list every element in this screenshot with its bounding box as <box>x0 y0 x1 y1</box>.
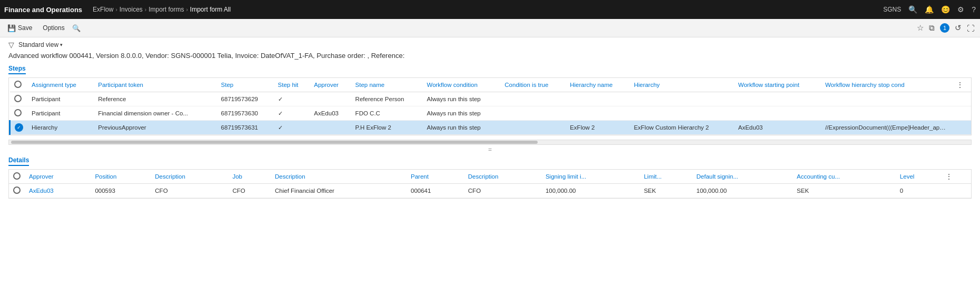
row-hierarchy <box>630 92 734 106</box>
details-col-level[interactable]: Level <box>896 170 942 184</box>
row-hierarchy-name <box>566 106 629 121</box>
details-col-description2[interactable]: Description <box>271 170 407 184</box>
row-step-hit: ✓ <box>274 106 310 121</box>
steps-col-hierarchy-name[interactable]: Hierarchy name <box>566 78 629 92</box>
standard-view-dropdown[interactable]: Standard view ▾ <box>18 41 63 48</box>
steps-col-more[interactable]: ⋮ <box>953 78 971 92</box>
section-divider: = <box>8 146 972 153</box>
row-step-hit: ✓ <box>274 92 310 106</box>
row-workflow-condition: Always run this step <box>422 92 500 106</box>
steps-col-select <box>10 78 28 92</box>
row-condition-true <box>500 92 566 106</box>
settings-icon[interactable]: ⚙ <box>957 5 964 14</box>
details-col-more[interactable]: ⋮ <box>942 170 971 184</box>
row-spacer <box>953 106 971 121</box>
smiley-icon[interactable]: 😊 <box>941 5 950 14</box>
row-description2: Chief Financial Officer <box>271 184 407 198</box>
row-hierarchy-name <box>566 92 629 106</box>
row-step-hit: ✓ <box>274 121 310 135</box>
top-bar: Finance and Operations ExFlow › Invoices… <box>0 0 980 19</box>
options-button[interactable]: Options <box>39 23 67 33</box>
row-radio[interactable] <box>14 95 22 102</box>
row-step: 68719573631 <box>217 121 274 135</box>
row-step: 68719573630 <box>217 106 274 121</box>
details-section-label[interactable]: Details <box>8 156 29 166</box>
breadcrumb-sep-1: › <box>115 7 117 13</box>
save-button[interactable]: 💾 Save <box>4 23 35 34</box>
details-col-approver[interactable]: Approver <box>25 170 91 184</box>
breadcrumb: ExFlow › Invoices › Import forms › Impor… <box>93 6 231 13</box>
steps-col-step-hit[interactable]: Step hit <box>274 78 310 92</box>
row-workflow-starting-point <box>734 92 821 106</box>
steps-table-row[interactable]: Participant Reference 68719573629 ✓ Refe… <box>10 92 972 106</box>
row-condition-true <box>500 121 566 135</box>
details-col-job[interactable]: Job <box>228 170 271 184</box>
details-col-signing-limit[interactable]: Signing limit i... <box>541 170 640 184</box>
row-hierarchy-name: ExFlow 2 <box>566 121 629 135</box>
toolbar-search-icon[interactable]: 🔍 <box>72 24 81 32</box>
row-workflow-condition: Always run this step <box>422 121 500 135</box>
row-participant-token: Financial dimension owner - Co... <box>94 106 216 121</box>
breadcrumb-item-2[interactable]: Invoices <box>120 6 143 13</box>
step-hit-check: ✓ <box>278 96 283 102</box>
row-radio-cell[interactable] <box>10 106 28 121</box>
user-label: SGNS <box>883 6 901 13</box>
row-radio[interactable] <box>14 109 22 116</box>
row-workflow-condition: Always run this step <box>422 106 500 121</box>
row-radio[interactable] <box>13 187 21 194</box>
filter-icon[interactable]: ▽ <box>8 41 14 49</box>
steps-col-workflow-starting-point[interactable]: Workflow starting point <box>734 78 821 92</box>
row-spacer <box>953 92 971 106</box>
steps-col-hierarchy[interactable]: Hierarchy <box>630 78 734 92</box>
breadcrumb-item-3[interactable]: Import forms <box>149 6 184 13</box>
steps-col-workflow-condition[interactable]: Workflow condition <box>422 78 500 92</box>
details-section: Details Approver Position Description Jo… <box>8 156 972 199</box>
sidebar-icon[interactable]: ⧉ <box>929 23 935 33</box>
details-col-position[interactable]: Position <box>91 170 151 184</box>
row-participant-token: PreviousApprover <box>94 121 216 135</box>
row-assignment-type: Hierarchy <box>27 121 94 135</box>
steps-col-approver[interactable]: Approver <box>310 78 351 92</box>
breadcrumb-sep-3: › <box>186 7 188 13</box>
bell-icon[interactable]: 🔔 <box>925 5 934 14</box>
help-icon[interactable]: ? <box>972 5 976 14</box>
row-workflow-starting-point <box>734 106 821 121</box>
details-col-parent[interactable]: Parent <box>407 170 464 184</box>
details-col-default-signing[interactable]: Default signin... <box>692 170 793 184</box>
steps-col-step-name[interactable]: Step name <box>351 78 423 92</box>
details-table-row[interactable]: AxEdu03 000593 CFO CFO Chief Financial O… <box>9 184 971 198</box>
details-col-description3[interactable]: Description <box>464 170 541 184</box>
steps-col-participant-token[interactable]: Participant token <box>94 78 216 92</box>
breadcrumb-current: Import form All <box>190 6 231 13</box>
steps-section-label[interactable]: Steps <box>8 65 26 74</box>
row-assignment-type: Participant <box>27 106 94 121</box>
refresh-icon[interactable]: ↺ <box>955 23 962 33</box>
breadcrumb-item-1[interactable]: ExFlow <box>93 6 113 13</box>
steps-table-row[interactable]: ✓ Hierarchy PreviousApprover 68719573631… <box>10 121 972 135</box>
row-selected-icon: ✓ <box>15 123 23 132</box>
steps-col-assignment-type[interactable]: Assignment type <box>27 78 94 92</box>
details-col-accounting-currency[interactable]: Accounting cu... <box>793 170 896 184</box>
row-radio-cell[interactable] <box>9 184 25 198</box>
row-radio-cell[interactable] <box>10 92 28 106</box>
chevron-down-icon: ▾ <box>60 42 63 47</box>
row-hierarchy: ExFlow Custom Hierarchy 2 <box>630 121 734 135</box>
details-col-limit-currency[interactable]: Limit... <box>640 170 692 184</box>
main-content: ▽ Standard view ▾ Advanced workflow 0004… <box>0 37 980 206</box>
steps-col-workflow-hierarchy-stop[interactable]: Workflow hierarchy stop cond <box>821 78 953 92</box>
search-icon[interactable]: 🔍 <box>908 5 917 14</box>
page-heading: Advanced workflow 000441, Version 8.0.0.… <box>8 51 972 61</box>
expand-icon[interactable]: ⛶ <box>967 24 975 33</box>
row-radio-cell[interactable]: ✓ <box>10 121 28 135</box>
details-table-wrapper: Approver Position Description Job Descri… <box>8 169 972 199</box>
breadcrumb-sep-2: › <box>145 7 146 13</box>
steps-col-step[interactable]: Step <box>217 78 274 92</box>
steps-table-row[interactable]: Participant Financial dimension owner - … <box>10 106 972 121</box>
steps-col-condition-true[interactable]: Condition is true <box>500 78 566 92</box>
row-step-name: Reference Person <box>351 92 423 106</box>
notification-icon[interactable]: 1 <box>940 23 949 33</box>
steps-scrollbar[interactable] <box>8 140 972 145</box>
favorite-icon[interactable]: ☆ <box>917 23 924 33</box>
details-col-description1[interactable]: Description <box>151 170 228 184</box>
steps-scroll-thumb[interactable] <box>11 141 538 144</box>
